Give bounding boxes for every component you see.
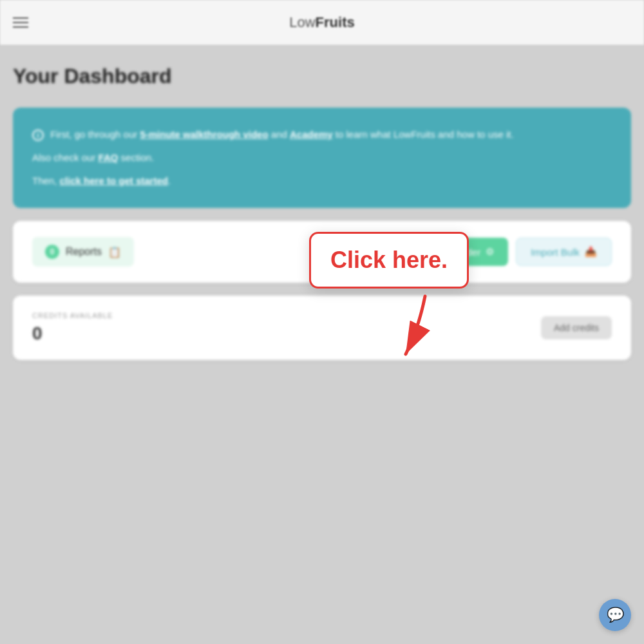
chat-bubble-button[interactable]: 💬 (599, 599, 631, 631)
import-bulk-button[interactable]: Import Bulk 📥 (516, 238, 612, 266)
page-title: Your Dashboard (13, 64, 631, 88)
credits-info: CREDITS AVAILABLE 0 (32, 312, 113, 344)
action-bar-card: 0 Reports 📋 Kwd Finder ⚙ Import Bulk 📥 (13, 221, 631, 283)
add-credits-button[interactable]: Add credits (541, 316, 612, 339)
academy-link[interactable]: Academy (290, 129, 333, 140)
navbar: LowFruits (0, 0, 644, 45)
info-banner: i First, go through our 5-minute walkthr… (13, 108, 631, 208)
import-bulk-label: Import Bulk (531, 247, 580, 258)
app-logo: LowFruits (289, 14, 354, 31)
import-bulk-icon: 📥 (585, 246, 597, 258)
get-started-link[interactable]: click here to get started (60, 175, 168, 186)
reports-label: Reports (66, 246, 102, 258)
kwd-finder-icon: ⚙ (486, 246, 494, 258)
action-buttons-right: Kwd Finder ⚙ Import Bulk 📥 (417, 238, 612, 266)
info-line-2: Also check our FAQ section. (32, 150, 612, 166)
kwd-finder-label: Kwd Finder (431, 247, 480, 258)
credits-label: CREDITS AVAILABLE (32, 312, 113, 319)
faq-link[interactable]: FAQ (99, 152, 118, 163)
main-content: Your Dashboard i First, go through our 5… (0, 45, 644, 379)
info-line-3: Then, click here to get started. (32, 173, 612, 189)
reports-count-badge: 0 (45, 245, 59, 259)
credits-value: 0 (32, 323, 113, 344)
info-line-1: i First, go through our 5-minute walkthr… (32, 127, 612, 142)
credits-card: CREDITS AVAILABLE 0 Add credits (13, 296, 631, 360)
hamburger-menu[interactable] (13, 17, 28, 28)
reports-icon: 📋 (108, 246, 121, 258)
chat-icon: 💬 (607, 607, 624, 623)
info-icon: i (32, 129, 44, 141)
walkthrough-link[interactable]: 5-minute walkthrough video (140, 129, 268, 140)
reports-button[interactable]: 0 Reports 📋 (32, 237, 134, 267)
kwd-finder-button[interactable]: Kwd Finder ⚙ (417, 238, 508, 266)
